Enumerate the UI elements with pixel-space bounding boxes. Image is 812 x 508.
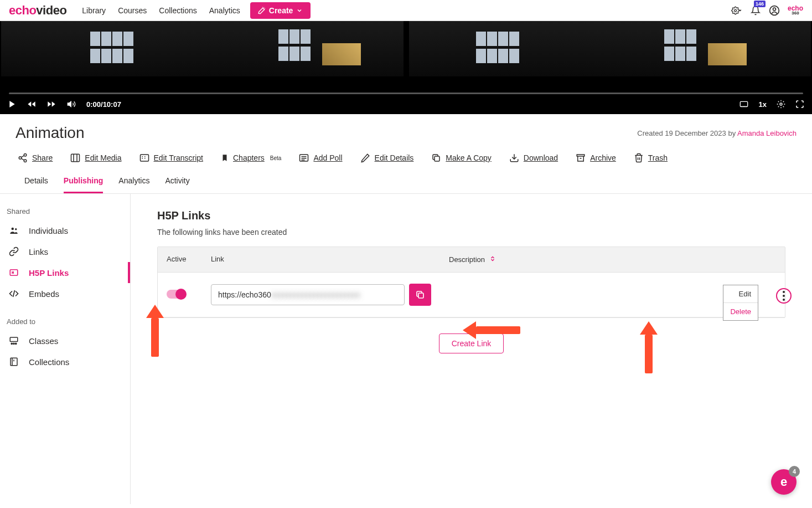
sidebar-item-embeds[interactable]: Embeds: [0, 283, 130, 304]
mini-logo[interactable]: echo360: [788, 6, 803, 16]
top-nav: echovideo Library Courses Collections An…: [0, 0, 812, 21]
table-row: https://echo360xxxxxxxxxxxxxxxxxxxxxxx E…: [158, 273, 785, 317]
svg-point-39: [13, 343, 14, 344]
panel-subtitle: The following links have been created: [157, 228, 785, 237]
content: Shared Individuals Links H5P Links Embed…: [0, 194, 812, 504]
rewind-button[interactable]: [27, 100, 37, 109]
logo-part1: echo: [9, 3, 36, 17]
fullscreen-button[interactable]: [795, 100, 804, 109]
collections-icon: [8, 357, 20, 367]
create-button[interactable]: Create: [250, 2, 311, 19]
row-more-button[interactable]: [776, 288, 792, 304]
link-url-field[interactable]: https://echo360xxxxxxxxxxxxxxxxxxxxxxx: [211, 284, 405, 305]
tab-analytics[interactable]: Analytics: [118, 171, 149, 193]
sidebar: Shared Individuals Links H5P Links Embed…: [0, 194, 131, 504]
sidebar-item-collections[interactable]: Collections: [0, 351, 130, 372]
chapters-action[interactable]: ChaptersBeta: [221, 153, 281, 163]
svg-rect-10: [740, 101, 747, 106]
tabs: Details Publishing Analytics Activity: [0, 171, 812, 194]
create-label: Create: [269, 6, 293, 15]
svg-point-3: [773, 8, 775, 11]
edit-media-action[interactable]: Edit Media: [70, 153, 121, 163]
table-header: Active Link Description: [158, 247, 785, 273]
notifications-icon[interactable]: 146: [750, 5, 761, 16]
help-widget-letter: e: [780, 475, 787, 489]
svg-rect-35: [10, 270, 18, 276]
svg-point-40: [15, 343, 17, 344]
svg-rect-31: [577, 155, 585, 156]
svg-point-33: [12, 228, 14, 230]
captions-button[interactable]: [739, 100, 749, 109]
people-icon: [8, 225, 20, 235]
share-action[interactable]: Share: [18, 153, 53, 163]
help-widget[interactable]: e 4: [771, 469, 797, 495]
video-player: 0:00/10:07 1x: [0, 21, 812, 114]
tab-details[interactable]: Details: [24, 171, 48, 193]
make-copy-action[interactable]: Make A Copy: [431, 153, 492, 163]
svg-marker-1: [739, 9, 742, 11]
col-link: Link: [202, 247, 440, 272]
svg-point-38: [11, 343, 12, 344]
svg-marker-5: [28, 101, 31, 106]
video-preview-left[interactable]: [1, 21, 404, 76]
video-preview-right[interactable]: [409, 21, 811, 76]
svg-rect-41: [11, 358, 17, 366]
create-link-button[interactable]: Create Link: [439, 333, 504, 353]
settings-icon[interactable]: [731, 5, 742, 16]
forward-button[interactable]: [46, 100, 56, 109]
copy-link-button[interactable]: [409, 284, 431, 306]
active-toggle[interactable]: [167, 290, 185, 299]
link-icon: [8, 247, 20, 256]
nav-library[interactable]: Library: [82, 6, 106, 15]
nav-links: Library Courses Collections Analytics: [82, 6, 240, 15]
logo[interactable]: echovideo: [9, 3, 66, 18]
nav-collections[interactable]: Collections: [159, 6, 196, 15]
svg-marker-7: [52, 101, 55, 106]
archive-action[interactable]: Archive: [576, 153, 616, 163]
edit-details-action[interactable]: Edit Details: [360, 153, 414, 163]
add-poll-action[interactable]: Add Poll: [299, 153, 342, 163]
svg-point-18: [24, 160, 27, 162]
player-settings-button[interactable]: [777, 100, 785, 109]
sidebar-item-individuals[interactable]: Individuals: [0, 220, 130, 241]
menu-delete[interactable]: Delete: [723, 302, 758, 320]
playback-speed[interactable]: 1x: [759, 100, 767, 109]
sidebar-item-links[interactable]: Links: [0, 241, 130, 262]
nav-analytics[interactable]: Analytics: [209, 6, 240, 15]
sidebar-item-classes[interactable]: Classes: [0, 330, 130, 351]
nav-courses[interactable]: Courses: [118, 6, 147, 15]
action-bar: Share Edit Media Edit Transcript Chapter…: [0, 148, 812, 171]
svg-rect-37: [10, 337, 18, 342]
video-time: 0:00/10:07: [86, 100, 121, 109]
account-icon[interactable]: [769, 5, 780, 16]
menu-edit[interactable]: Edit: [723, 285, 758, 302]
svg-marker-8: [48, 101, 51, 106]
h5p-icon: [8, 268, 20, 278]
notification-badge: 146: [754, 1, 766, 7]
sidebar-header-shared: Shared: [0, 203, 130, 220]
edit-transcript-action[interactable]: Edit Transcript: [139, 153, 203, 163]
play-button[interactable]: [8, 100, 17, 109]
svg-marker-9: [68, 101, 71, 106]
nav-right: 146 echo360: [731, 5, 803, 16]
row-menu: Edit Delete: [723, 285, 758, 321]
col-description[interactable]: Description: [440, 247, 745, 272]
page-title: Animation: [15, 124, 85, 142]
tab-activity[interactable]: Activity: [165, 171, 189, 193]
sidebar-item-h5p-links[interactable]: H5P Links: [0, 262, 130, 283]
main-panel: H5P Links The following links have been …: [131, 194, 812, 504]
svg-point-15: [780, 103, 782, 105]
svg-line-20: [21, 156, 24, 157]
download-action[interactable]: Download: [509, 153, 558, 163]
chevron-down-icon: [296, 7, 303, 14]
more-vertical-icon: [783, 291, 785, 301]
tab-publishing[interactable]: Publishing: [64, 171, 104, 193]
svg-point-16: [24, 154, 27, 157]
volume-button[interactable]: [66, 100, 76, 109]
svg-point-0: [735, 9, 737, 12]
svg-line-19: [21, 158, 24, 160]
trash-action[interactable]: Trash: [634, 153, 668, 163]
classes-icon: [8, 336, 20, 346]
author-link[interactable]: Amanda Leibovich: [737, 129, 797, 137]
description-cell: [440, 287, 745, 302]
